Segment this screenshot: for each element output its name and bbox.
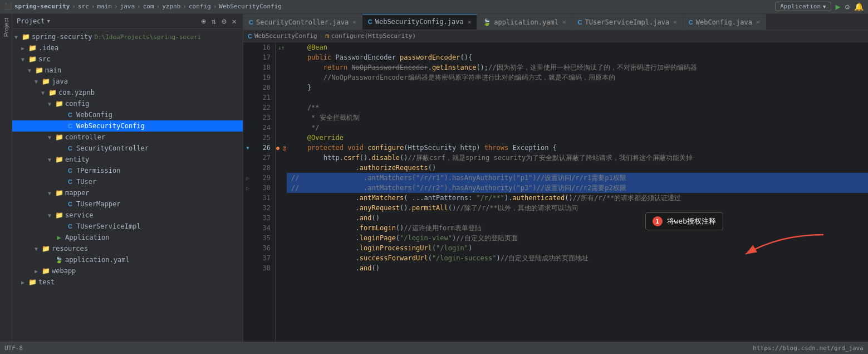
tab-tuserserviceimpl[interactable]: C TUserServiceImpl.java ✕	[572, 14, 683, 30]
ln-35: 35	[252, 233, 275, 243]
tree-item-tusermapper[interactable]: ▶ C TUserMapper	[12, 198, 243, 210]
folder-icon: 📁	[48, 89, 57, 96]
tab-webconfig[interactable]: C WebConfig.java ✕	[683, 14, 766, 30]
code-content[interactable]: @Bean public PasswordEncoder passwordEnc…	[287, 42, 868, 342]
tree-item-test[interactable]: ▶ 📁 test	[12, 277, 243, 288]
tree-item-appyaml[interactable]: ▶ 🍃 application.yaml	[12, 254, 243, 265]
gi-23	[276, 113, 287, 123]
tree-item-com-yzpnb[interactable]: ▼ 📁 com.yzpnb	[12, 87, 243, 98]
expand-arrow: ▼	[28, 67, 35, 74]
tree-item-websecurityconfig[interactable]: ▶ C WebSecurityConfig	[12, 120, 243, 132]
tree-item-application[interactable]: ▶ ▶ Application	[12, 232, 243, 243]
new-file-icon[interactable]: ⊕	[199, 16, 207, 26]
tree-item-webapp[interactable]: ▶ 📁 webapp	[12, 265, 243, 277]
tab-appyaml[interactable]: 🍃 application.yaml ✕	[477, 14, 572, 30]
mapper-label: mapper	[65, 189, 89, 197]
code-line-23: * 安全拦截机制	[287, 113, 868, 123]
tree-item-java[interactable]: ▼ 📁 java	[12, 76, 243, 87]
tree-item-securitycontroller[interactable]: ▶ C SecurityController	[12, 143, 243, 154]
gutter-item-20	[243, 83, 252, 93]
folder-icon[interactable]: Project	[2, 16, 11, 39]
expand-arrow: ▼	[14, 34, 21, 40]
gi-17	[276, 52, 287, 62]
notifications-icon[interactable]: 🔔	[854, 2, 864, 11]
tree-item-service[interactable]: ▼ 📁 service	[12, 210, 243, 221]
tab-websecurityconfig[interactable]: C WebSecurityConfig.java ✕	[362, 14, 478, 30]
title-main: main	[97, 3, 112, 10]
ln-24: 24	[252, 123, 275, 133]
tree-item-idea[interactable]: ▶ 📁 .idea	[12, 42, 243, 54]
expand-arrow: ▼	[48, 190, 55, 196]
tree-item-controller[interactable]: ▼ 📁 controller	[12, 132, 243, 143]
gutter-item-26[interactable]: ▼	[243, 143, 252, 153]
title-config: config	[189, 3, 211, 10]
gi-25	[276, 133, 287, 143]
java-icon: C	[689, 19, 693, 26]
gi-30	[276, 183, 287, 193]
folder-icon: 📁	[41, 245, 50, 253]
java-class-icon: C	[66, 123, 75, 129]
gutter-item-34	[243, 223, 252, 233]
run-icon[interactable]: ▶	[836, 2, 841, 12]
gi-26[interactable]: ● @	[276, 143, 287, 153]
java-class-icon: C	[66, 167, 75, 174]
gutter-item-23	[243, 113, 252, 123]
idea-label: .idea	[38, 44, 58, 52]
code-line-32: .anyRequest().permitAll()//除了/r/**以外，其他的…	[287, 203, 868, 213]
ln-25: 25	[252, 133, 275, 143]
tree-item-tuserserviceimpl[interactable]: ▶ C TUserServiceImpl	[12, 221, 243, 232]
gi-31	[276, 193, 287, 203]
tree-item-resources[interactable]: ▼ 📁 resources	[12, 243, 243, 254]
ln-17: 17	[252, 52, 275, 62]
ln-19: 19	[252, 72, 275, 83]
gutter-item-30[interactable]: ▷	[243, 183, 252, 193]
gi-28	[276, 163, 287, 173]
ln-20: 20	[252, 83, 275, 93]
tab-close-icon[interactable]: ✕	[562, 18, 566, 26]
ln-29: 29	[252, 173, 275, 183]
gutter-item-28	[243, 163, 252, 173]
tab-label: WebSecurityConfig.java	[375, 18, 464, 26]
tree-item-config[interactable]: ▼ 📁 config	[12, 98, 243, 109]
tab-close-icon[interactable]: ✕	[673, 18, 677, 26]
gi-29	[276, 173, 287, 183]
close-icon[interactable]: ✕	[231, 16, 238, 26]
sidebar-title: Project ▼	[17, 17, 50, 25]
gear-icon[interactable]: ⚙	[220, 16, 228, 26]
tree-item-src[interactable]: ▼ 📁 src	[12, 54, 243, 65]
tab-close-icon[interactable]: ✕	[756, 18, 760, 26]
tree-item-webconfig[interactable]: ▶ C WebConfig	[12, 109, 243, 120]
tab-securitycontroller[interactable]: C SecurityController.java ✕	[243, 14, 362, 30]
expand-arrow: ▼	[21, 56, 28, 62]
ln-33: 33	[252, 213, 275, 223]
code-line-26: protected void configure(HttpSecurity ht…	[287, 143, 868, 153]
gi-34	[276, 223, 287, 233]
left-panel: Project	[0, 13, 12, 342]
tree-item-main[interactable]: ▼ 📁 main	[12, 65, 243, 76]
appyaml-label: application.yaml	[65, 256, 130, 264]
arrow-svg	[734, 229, 835, 263]
code-line-29: // .antMatchers("/r/r1").hasAnyAuthority…	[287, 173, 868, 183]
application-label: Application	[65, 234, 109, 241]
root-path: D:\IdeaProjects\spring-securi	[94, 33, 201, 41]
tab-close-icon[interactable]: ✕	[352, 18, 356, 26]
tree-item-tpermission[interactable]: ▶ C TPermission	[12, 165, 243, 176]
webconfig-label: WebConfig	[76, 111, 112, 119]
tree-item-tuser[interactable]: ▶ C TUser	[12, 176, 243, 187]
ln-21: 21	[252, 93, 275, 103]
gutter-item-29[interactable]: ▷	[243, 173, 252, 183]
tree-item-mapper[interactable]: ▼ 📁 mapper	[12, 187, 243, 198]
settings-icon[interactable]: ⚙	[845, 2, 850, 11]
gutter-item-24	[243, 123, 252, 133]
code-line-19: //NoOpPasswordEncoder编码器是将密码原字符串进行比对的编码方…	[287, 72, 868, 83]
tab-close-icon[interactable]: ✕	[468, 18, 472, 26]
collapse-icon[interactable]: ⇅	[210, 16, 218, 26]
sidebar-actions: ⊕ ⇅ ⚙ ✕	[199, 16, 238, 26]
code-line-21	[287, 93, 868, 103]
tree-item-entity[interactable]: ▼ 📁 entity	[12, 154, 243, 165]
tree-item-root[interactable]: ▼ 📁 spring-security D:\IdeaProjects\spri…	[12, 31, 243, 42]
tab-label: SecurityController.java	[256, 18, 349, 26]
run-config[interactable]: Application ▼	[775, 2, 831, 11]
root-label: spring-security	[32, 33, 92, 41]
gi-36	[276, 243, 287, 253]
